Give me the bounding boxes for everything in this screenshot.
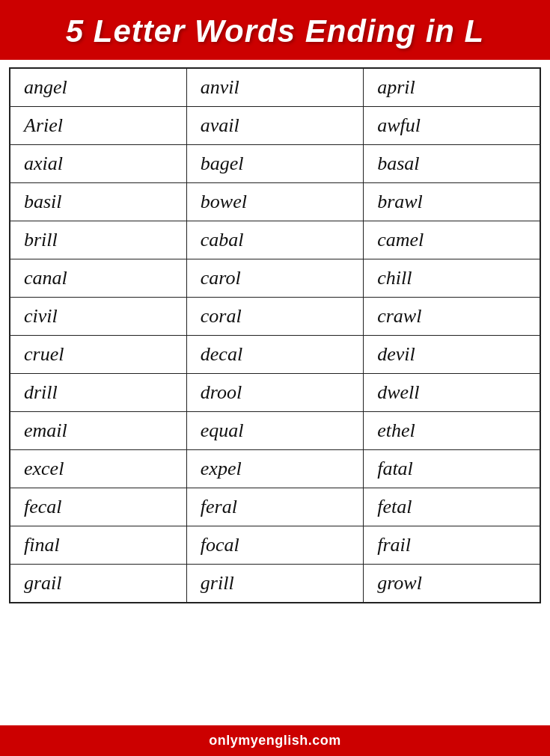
table-row: drilldrooldwell: [10, 374, 540, 412]
word-cell: devil: [364, 336, 540, 374]
table-row: emailequalethel: [10, 412, 540, 450]
word-cell: excel: [10, 450, 186, 488]
table-row: brillcabalcamel: [10, 221, 540, 259]
word-cell: crawl: [364, 298, 540, 336]
word-cell: axial: [10, 145, 186, 183]
word-cell: expel: [186, 450, 363, 488]
word-cell: brawl: [364, 183, 540, 221]
word-cell: Ariel: [10, 107, 186, 145]
word-cell: drool: [186, 374, 363, 412]
word-cell: avail: [186, 107, 363, 145]
table-row: axialbagelbasal: [10, 145, 540, 183]
word-cell: civil: [10, 298, 186, 336]
word-cell: anvil: [186, 68, 363, 107]
word-cell: grill: [186, 565, 363, 603]
word-cell: chill: [364, 259, 540, 298]
word-cell: carol: [186, 259, 363, 298]
word-cell: drill: [10, 374, 186, 412]
table-row: basilbowelbrawl: [10, 183, 540, 221]
footer-url: onlymyenglish.com: [209, 733, 341, 748]
word-cell: cruel: [10, 336, 186, 374]
table-row: angelanvilapril: [10, 68, 540, 107]
word-cell: decal: [186, 336, 363, 374]
word-cell: basal: [364, 145, 540, 183]
word-cell: final: [10, 526, 186, 565]
word-cell: email: [10, 412, 186, 450]
word-cell: equal: [186, 412, 363, 450]
word-cell: coral: [186, 298, 363, 336]
table-row: excelexpelfatal: [10, 450, 540, 488]
page-header: 5 Letter Words Ending in L: [0, 0, 550, 60]
word-cell: fatal: [364, 450, 540, 488]
word-cell: bagel: [186, 145, 363, 183]
word-cell: canal: [10, 259, 186, 298]
word-cell: growl: [364, 565, 540, 603]
table-row: canalcarolchill: [10, 259, 540, 298]
word-cell: camel: [364, 221, 540, 259]
word-cell: focal: [186, 526, 363, 565]
word-cell: dwell: [364, 374, 540, 412]
word-cell: feral: [186, 488, 363, 526]
table-row: Arielavailawful: [10, 107, 540, 145]
word-cell: angel: [10, 68, 186, 107]
word-cell: brill: [10, 221, 186, 259]
words-table: angelanvilaprilArielavailawfulaxialbagel…: [9, 67, 541, 603]
word-cell: bowel: [186, 183, 363, 221]
word-cell: april: [364, 68, 540, 107]
word-cell: frail: [364, 526, 540, 565]
table-row: crueldecaldevil: [10, 336, 540, 374]
word-cell: awful: [364, 107, 540, 145]
page-footer: onlymyenglish.com: [0, 725, 550, 756]
word-cell: cabal: [186, 221, 363, 259]
word-cell: basil: [10, 183, 186, 221]
word-cell: fecal: [10, 488, 186, 526]
page-title: 5 Letter Words Ending in L: [15, 13, 535, 49]
table-row: fecalferalfetal: [10, 488, 540, 526]
word-table-container: angelanvilaprilArielavailawfulaxialbagel…: [0, 60, 550, 725]
table-row: finalfocalfrail: [10, 526, 540, 565]
word-cell: fetal: [364, 488, 540, 526]
word-cell: grail: [10, 565, 186, 603]
word-cell: ethel: [364, 412, 540, 450]
table-row: grailgrillgrowl: [10, 565, 540, 603]
table-row: civilcoralcrawl: [10, 298, 540, 336]
